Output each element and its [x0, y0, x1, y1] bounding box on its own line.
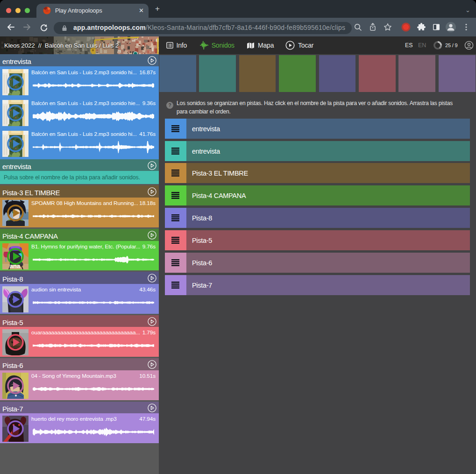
- svg-text:?: ?: [168, 103, 171, 108]
